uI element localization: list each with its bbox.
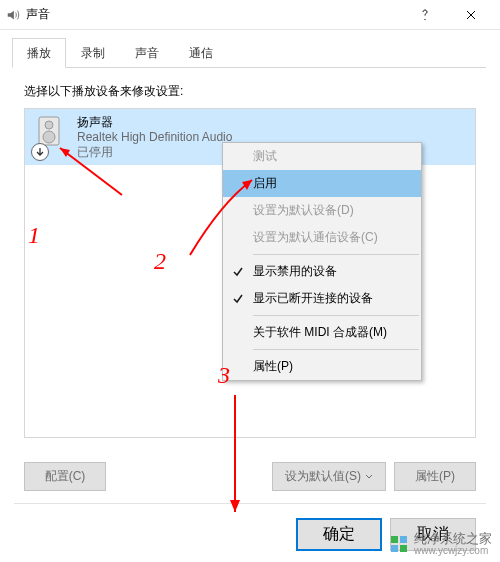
properties-button[interactable]: 属性(P): [394, 462, 476, 491]
down-arrow-icon: [31, 143, 49, 161]
help-button[interactable]: [402, 1, 448, 29]
ok-button[interactable]: 确定: [296, 518, 382, 551]
ctx-enable[interactable]: 启用: [223, 170, 421, 197]
tab-sound[interactable]: 声音: [120, 38, 174, 68]
ctx-set-default[interactable]: 设置为默认设备(D): [223, 197, 421, 224]
ctx-show-disabled[interactable]: 显示禁用的设备: [223, 258, 421, 285]
device-name: 扬声器: [77, 115, 232, 130]
window-title: 声音: [26, 6, 50, 23]
description-text: 选择以下播放设备来修改设置:: [24, 83, 476, 100]
check-icon: [231, 292, 245, 306]
ctx-about-midi[interactable]: 关于软件 MIDI 合成器(M): [223, 319, 421, 346]
set-default-button[interactable]: 设为默认值(S): [272, 462, 386, 491]
configure-button[interactable]: 配置(C): [24, 462, 106, 491]
tab-bar: 播放 录制 声音 通信: [0, 30, 500, 68]
tab-comm[interactable]: 通信: [174, 38, 228, 68]
context-menu: 测试 启用 设置为默认设备(D) 设置为默认通信设备(C) 显示禁用的设备 显示…: [222, 142, 422, 381]
device-driver: Realtek High Definition Audio: [77, 130, 232, 145]
speaker-icon: [33, 115, 71, 159]
ctx-show-disconnected[interactable]: 显示已断开连接的设备: [223, 285, 421, 312]
close-button[interactable]: [448, 1, 494, 29]
svg-rect-7: [400, 536, 407, 543]
ctx-set-comm[interactable]: 设置为默认通信设备(C): [223, 224, 421, 251]
sound-icon: [6, 8, 20, 22]
chevron-down-icon: [365, 470, 373, 484]
tab-playback[interactable]: 播放: [12, 38, 66, 68]
svg-rect-9: [400, 545, 407, 552]
device-status: 已停用: [77, 145, 232, 160]
watermark: 纯净系统之家 www.ycwjzy.com: [390, 532, 492, 556]
ctx-test[interactable]: 测试: [223, 143, 421, 170]
svg-point-2: [43, 131, 55, 143]
ctx-properties[interactable]: 属性(P): [223, 353, 421, 380]
svg-rect-8: [391, 545, 398, 552]
svg-rect-6: [391, 536, 398, 543]
tab-recording[interactable]: 录制: [66, 38, 120, 68]
svg-point-1: [45, 121, 53, 129]
check-icon: [231, 265, 245, 279]
watermark-logo-icon: [390, 535, 408, 553]
